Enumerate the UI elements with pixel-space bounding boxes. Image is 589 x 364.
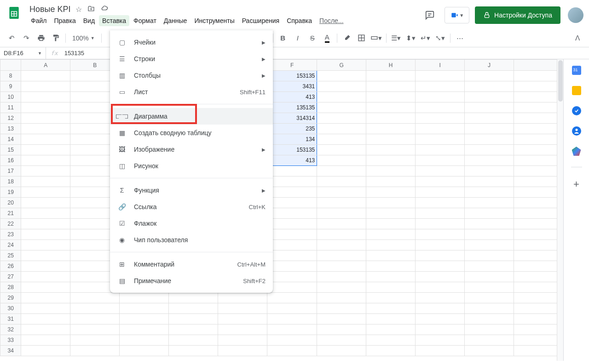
cell[interactable] [21,324,70,335]
cell[interactable] [465,346,514,356]
cell[interactable] [416,113,465,124]
cell[interactable] [317,81,366,92]
merge-button[interactable]: ▾ [370,31,383,45]
menu-после...[interactable]: После... [316,15,346,26]
row-header[interactable]: 26 [0,261,21,272]
add-addon-button[interactable]: + [573,178,579,190]
cell[interactable] [317,293,366,303]
cell[interactable] [366,145,416,155]
row-header[interactable]: 13 [0,124,21,134]
row-header[interactable]: 9 [0,81,21,92]
keep-icon[interactable] [572,86,581,95]
row-header[interactable]: 8 [0,71,21,81]
cell[interactable] [465,335,514,346]
cell[interactable] [317,134,366,145]
row-header[interactable]: 28 [0,282,21,293]
cell[interactable] [514,155,563,166]
cell[interactable] [70,346,120,356]
cell[interactable] [416,272,465,282]
cell[interactable] [317,155,366,166]
cell[interactable] [218,303,267,314]
menu-инструменты[interactable]: Инструменты [191,15,237,26]
menu-item-rows[interactable]: ☰Строки▶ [110,51,273,67]
menu-item-drawing[interactable]: ◫Рисунок [110,158,273,174]
cell[interactable] [465,187,514,198]
cell[interactable] [465,166,514,176]
cell[interactable] [514,166,563,176]
cell[interactable] [514,176,563,187]
cell[interactable] [514,198,563,208]
cell[interactable] [366,71,416,81]
cell[interactable] [317,250,366,261]
cell[interactable] [514,145,563,155]
cell[interactable] [317,303,366,314]
cell[interactable] [317,208,366,219]
cell[interactable] [514,272,563,282]
cell[interactable] [317,282,366,293]
cell[interactable] [465,81,514,92]
cell[interactable] [317,113,366,124]
row-header[interactable]: 32 [0,324,21,335]
cell[interactable] [465,102,514,113]
menu-файл[interactable]: Файл [28,15,50,26]
cell[interactable] [366,176,416,187]
cell[interactable] [465,198,514,208]
maps-icon[interactable] [572,147,581,156]
menu-данные[interactable]: Данные [161,15,191,26]
cell[interactable] [416,155,465,166]
cell[interactable] [267,176,317,187]
cell[interactable] [366,166,416,176]
cell[interactable] [317,272,366,282]
cell[interactable] [21,145,70,155]
cell[interactable] [21,303,70,314]
menu-item-chart[interactable]: ⫍⫎Диаграмма [110,108,273,125]
cell[interactable]: 235 [267,124,317,134]
cell[interactable] [416,229,465,240]
cell[interactable] [514,335,563,346]
cell[interactable] [21,134,70,145]
cell[interactable] [218,335,267,346]
cell[interactable] [267,303,317,314]
cell[interactable] [21,314,70,324]
menu-item-function[interactable]: ΣФункция▶ [110,182,273,199]
calendar-icon[interactable] [572,66,581,75]
cell[interactable] [465,134,514,145]
menu-item-chip[interactable]: ◉Чип пользователя [110,232,273,248]
cell[interactable] [416,240,465,250]
cell[interactable] [416,187,465,198]
menu-вставка[interactable]: Вставка [99,15,129,26]
cell[interactable] [366,198,416,208]
cell[interactable] [366,155,416,166]
col-header[interactable] [0,60,21,71]
menu-расширения[interactable]: Расширения [239,15,283,26]
cell[interactable] [317,102,366,113]
sheets-logo[interactable] [6,4,24,22]
cell[interactable] [465,314,514,324]
spreadsheet-grid[interactable]: ABCDEFGHIJ851531359134311034131151351351… [0,59,563,356]
cell[interactable] [267,240,317,250]
cell[interactable] [21,71,70,81]
cell[interactable]: 3431 [267,81,317,92]
row-header[interactable]: 18 [0,176,21,187]
cell[interactable] [366,293,416,303]
cell[interactable] [21,293,70,303]
cell[interactable] [366,240,416,250]
vertical-scrollbar[interactable] [557,59,563,361]
cell[interactable] [267,166,317,176]
cell[interactable] [21,187,70,198]
menu-item-checkbox[interactable]: ☑Флажок [110,215,273,232]
cell[interactable] [366,250,416,261]
cell[interactable] [267,187,317,198]
cell[interactable] [514,113,563,124]
cell[interactable] [21,229,70,240]
cell[interactable] [267,250,317,261]
cell[interactable] [416,198,465,208]
cell[interactable] [514,219,563,229]
cell[interactable] [317,261,366,272]
cell[interactable] [416,176,465,187]
cell[interactable]: 134 [267,134,317,145]
cell[interactable] [514,324,563,335]
cell[interactable] [465,272,514,282]
cell[interactable] [366,324,416,335]
cell[interactable] [514,229,563,240]
